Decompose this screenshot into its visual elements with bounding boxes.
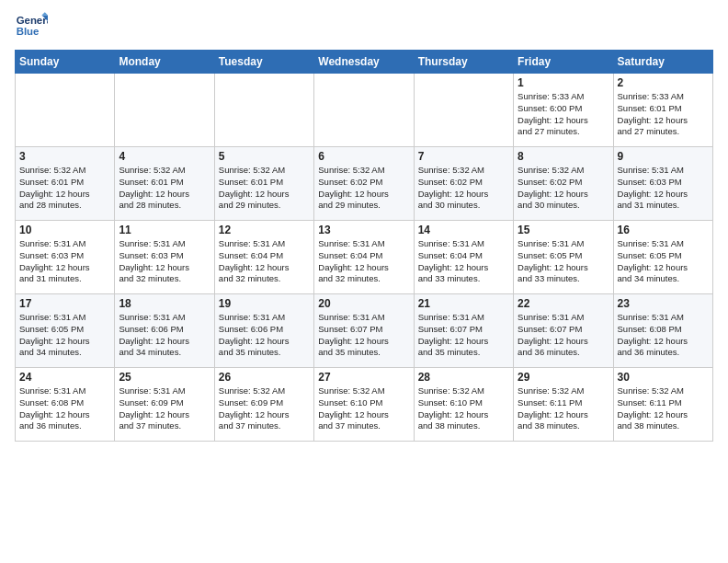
day-cell: 19Sunrise: 5:31 AMSunset: 6:06 PMDayligh… [214, 294, 313, 368]
day-cell: 13Sunrise: 5:31 AMSunset: 6:04 PMDayligh… [314, 221, 414, 294]
day-info: Sunrise: 5:32 AMSunset: 6:09 PMDaylight:… [219, 385, 310, 432]
day-cell: 14Sunrise: 5:31 AMSunset: 6:04 PMDayligh… [414, 221, 513, 294]
day-info: Sunrise: 5:32 AMSunset: 6:02 PMDaylight:… [418, 165, 509, 212]
generalblue-logo-icon: General Blue [15, 9, 48, 42]
day-number: 5 [219, 150, 310, 163]
day-info: Sunrise: 5:31 AMSunset: 6:03 PMDaylight:… [19, 238, 110, 285]
day-info: Sunrise: 5:31 AMSunset: 6:08 PMDaylight:… [19, 385, 110, 432]
logo: General Blue [15, 9, 48, 42]
day-number: 1 [518, 76, 609, 89]
weekday-header-saturday: Saturday [613, 51, 712, 74]
page: General Blue SundayMondayTuesdayWednesda… [0, 0, 728, 451]
day-number: 22 [518, 297, 609, 310]
day-cell: 9Sunrise: 5:31 AMSunset: 6:03 PMDaylight… [613, 147, 712, 221]
day-info: Sunrise: 5:31 AMSunset: 6:09 PMDaylight:… [119, 385, 210, 432]
day-info: Sunrise: 5:32 AMSunset: 6:10 PMDaylight:… [418, 385, 509, 432]
weekday-header-sunday: Sunday [16, 51, 115, 74]
day-info: Sunrise: 5:32 AMSunset: 6:11 PMDaylight:… [518, 385, 609, 432]
day-info: Sunrise: 5:31 AMSunset: 6:05 PMDaylight:… [518, 238, 609, 285]
day-cell: 5Sunrise: 5:32 AMSunset: 6:01 PMDaylight… [214, 147, 313, 221]
day-number: 18 [119, 297, 210, 310]
day-number: 29 [518, 371, 609, 384]
day-number: 7 [418, 150, 509, 163]
day-cell: 1Sunrise: 5:33 AMSunset: 6:00 PMDaylight… [514, 74, 613, 147]
svg-marker-3 [41, 12, 48, 15]
day-cell: 30Sunrise: 5:32 AMSunset: 6:11 PMDayligh… [613, 368, 712, 442]
day-cell: 29Sunrise: 5:32 AMSunset: 6:11 PMDayligh… [514, 368, 613, 442]
weekday-header-monday: Monday [115, 51, 214, 74]
day-cell: 20Sunrise: 5:31 AMSunset: 6:07 PMDayligh… [314, 294, 414, 368]
day-number: 10 [19, 224, 110, 236]
header: General Blue [15, 9, 713, 42]
day-info: Sunrise: 5:33 AMSunset: 6:00 PMDaylight:… [518, 91, 609, 138]
day-cell: 23Sunrise: 5:31 AMSunset: 6:08 PMDayligh… [613, 294, 712, 368]
day-number: 17 [19, 297, 110, 310]
day-number: 6 [318, 150, 409, 163]
svg-text:Blue: Blue [17, 26, 40, 37]
day-cell: 12Sunrise: 5:31 AMSunset: 6:04 PMDayligh… [214, 221, 313, 294]
day-number: 21 [418, 297, 509, 310]
day-cell [214, 74, 313, 147]
day-number: 3 [19, 150, 110, 163]
day-info: Sunrise: 5:31 AMSunset: 6:04 PMDaylight:… [219, 238, 310, 285]
day-cell: 16Sunrise: 5:31 AMSunset: 6:05 PMDayligh… [613, 221, 712, 294]
day-cell [414, 74, 513, 147]
weekday-header-thursday: Thursday [414, 51, 513, 74]
day-number: 27 [318, 371, 409, 384]
day-number: 28 [418, 371, 509, 384]
week-row-5: 24Sunrise: 5:31 AMSunset: 6:08 PMDayligh… [16, 368, 713, 442]
day-number: 20 [318, 297, 409, 310]
day-number: 26 [219, 371, 310, 384]
day-number: 19 [219, 297, 310, 310]
day-cell: 18Sunrise: 5:31 AMSunset: 6:06 PMDayligh… [115, 294, 214, 368]
day-cell: 22Sunrise: 5:31 AMSunset: 6:07 PMDayligh… [514, 294, 613, 368]
day-info: Sunrise: 5:32 AMSunset: 6:10 PMDaylight:… [318, 385, 409, 432]
day-info: Sunrise: 5:31 AMSunset: 6:04 PMDaylight:… [318, 238, 409, 285]
day-cell: 28Sunrise: 5:32 AMSunset: 6:10 PMDayligh… [414, 368, 513, 442]
svg-text:General: General [17, 15, 48, 26]
day-info: Sunrise: 5:32 AMSunset: 6:01 PMDaylight:… [19, 165, 110, 212]
day-info: Sunrise: 5:31 AMSunset: 6:03 PMDaylight:… [119, 238, 210, 285]
day-info: Sunrise: 5:31 AMSunset: 6:06 PMDaylight:… [119, 312, 210, 359]
day-number: 16 [618, 224, 709, 236]
day-number: 30 [618, 371, 709, 384]
day-cell: 2Sunrise: 5:33 AMSunset: 6:01 PMDaylight… [613, 74, 712, 147]
day-number: 25 [119, 371, 210, 384]
day-cell: 3Sunrise: 5:32 AMSunset: 6:01 PMDaylight… [16, 147, 115, 221]
day-number: 24 [19, 371, 110, 384]
week-row-2: 3Sunrise: 5:32 AMSunset: 6:01 PMDaylight… [16, 147, 713, 221]
week-row-3: 10Sunrise: 5:31 AMSunset: 6:03 PMDayligh… [16, 221, 713, 294]
weekday-header-tuesday: Tuesday [214, 51, 313, 74]
day-cell [314, 74, 414, 147]
day-info: Sunrise: 5:32 AMSunset: 6:02 PMDaylight:… [518, 165, 609, 212]
day-number: 23 [618, 297, 709, 310]
day-number: 12 [219, 224, 310, 236]
day-info: Sunrise: 5:31 AMSunset: 6:07 PMDaylight:… [318, 312, 409, 359]
weekday-header-wednesday: Wednesday [314, 51, 414, 74]
day-info: Sunrise: 5:31 AMSunset: 6:07 PMDaylight:… [418, 312, 509, 359]
day-info: Sunrise: 5:32 AMSunset: 6:11 PMDaylight:… [618, 385, 709, 432]
day-cell: 8Sunrise: 5:32 AMSunset: 6:02 PMDaylight… [514, 147, 613, 221]
day-cell: 6Sunrise: 5:32 AMSunset: 6:02 PMDaylight… [314, 147, 414, 221]
day-info: Sunrise: 5:31 AMSunset: 6:06 PMDaylight:… [219, 312, 310, 359]
day-info: Sunrise: 5:31 AMSunset: 6:05 PMDaylight:… [19, 312, 110, 359]
weekday-header-row: SundayMondayTuesdayWednesdayThursdayFrid… [16, 51, 713, 74]
day-number: 15 [518, 224, 609, 236]
day-info: Sunrise: 5:31 AMSunset: 6:04 PMDaylight:… [418, 238, 509, 285]
day-info: Sunrise: 5:33 AMSunset: 6:01 PMDaylight:… [618, 91, 709, 138]
day-cell: 17Sunrise: 5:31 AMSunset: 6:05 PMDayligh… [16, 294, 115, 368]
day-number: 11 [119, 224, 210, 236]
day-number: 13 [318, 224, 409, 236]
day-cell: 27Sunrise: 5:32 AMSunset: 6:10 PMDayligh… [314, 368, 414, 442]
day-cell [115, 74, 214, 147]
day-cell: 4Sunrise: 5:32 AMSunset: 6:01 PMDaylight… [115, 147, 214, 221]
day-info: Sunrise: 5:32 AMSunset: 6:01 PMDaylight:… [119, 165, 210, 212]
day-cell [16, 74, 115, 147]
calendar-table: SundayMondayTuesdayWednesdayThursdayFrid… [15, 50, 713, 442]
day-cell: 7Sunrise: 5:32 AMSunset: 6:02 PMDaylight… [414, 147, 513, 221]
day-cell: 24Sunrise: 5:31 AMSunset: 6:08 PMDayligh… [16, 368, 115, 442]
day-number: 14 [418, 224, 509, 236]
week-row-4: 17Sunrise: 5:31 AMSunset: 6:05 PMDayligh… [16, 294, 713, 368]
week-row-1: 1Sunrise: 5:33 AMSunset: 6:00 PMDaylight… [16, 74, 713, 147]
day-info: Sunrise: 5:31 AMSunset: 6:05 PMDaylight:… [618, 238, 709, 285]
